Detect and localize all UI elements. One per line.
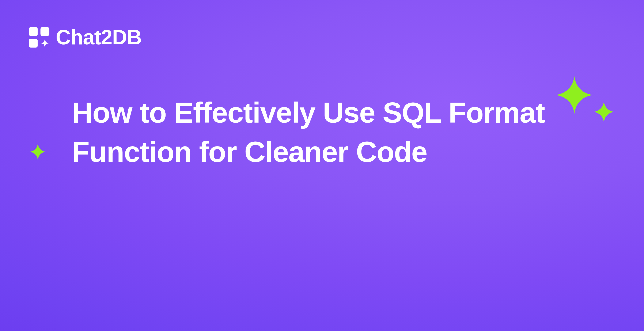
svg-rect-1 — [40, 27, 50, 36]
page-title: How to Effectively Use SQL Format Functi… — [72, 93, 578, 172]
brand-logo: Chat2DB — [28, 25, 142, 49]
brand-name: Chat2DB — [56, 25, 142, 49]
svg-rect-2 — [29, 39, 38, 48]
svg-rect-0 — [29, 27, 38, 36]
sparkle-icon — [30, 144, 46, 160]
brand-logo-mark — [28, 26, 51, 49]
sparkle-icon — [593, 101, 614, 122]
sparkle-icon — [555, 76, 593, 114]
